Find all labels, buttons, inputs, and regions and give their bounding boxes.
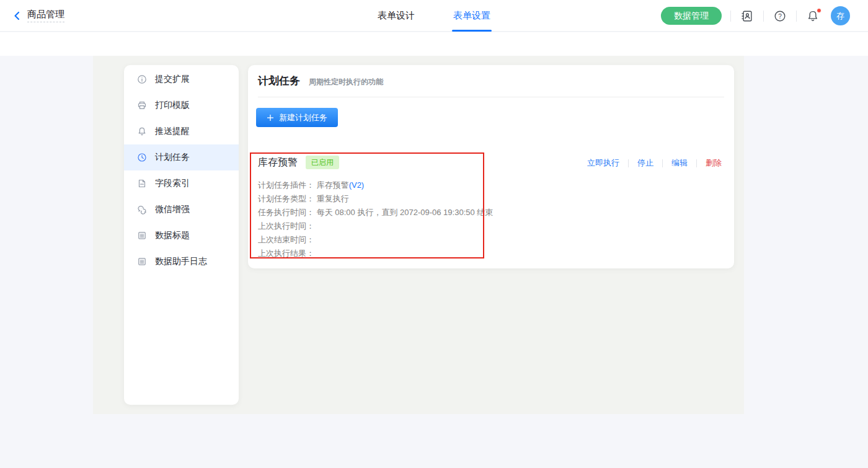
task-detail-last-end-time: 上次结束时间：: [258, 233, 493, 247]
sidebar-item-label: 数据标题: [155, 230, 190, 241]
detail-value: 库存预警: [317, 180, 349, 190]
task-name: 库存预警: [258, 156, 298, 169]
divider: [796, 11, 797, 22]
sidebar-item-label: 微信增强: [155, 204, 190, 215]
printer-icon: [137, 100, 147, 110]
clock-icon: [137, 152, 147, 162]
sidebar-item-push-reminder[interactable]: 推送提醒: [124, 118, 239, 144]
sidebar-item-scheduled-tasks[interactable]: 计划任务: [124, 144, 239, 170]
detail-label: 任务执行时间：: [258, 208, 314, 217]
sidebar-item-submit-extension[interactable]: 提交扩展: [124, 66, 239, 92]
contacts-icon[interactable]: [740, 9, 755, 24]
sidebar-item-label: 字段索引: [155, 178, 190, 189]
sidebar-item-data-title[interactable]: 数据标题: [124, 223, 239, 249]
divider: [763, 11, 764, 22]
sidebar-item-label: 数据助手日志: [155, 256, 207, 267]
sidebar-item-label: 推送提醒: [155, 126, 190, 137]
back-button[interactable]: [12, 11, 22, 20]
settings-sidebar: 提交扩展 打印模版 推送提醒 计划任务: [124, 65, 239, 405]
back-area: 商品管理: [12, 9, 64, 22]
sidebar-item-field-index[interactable]: 字段索引: [124, 170, 239, 196]
detail-label: 上次执行结果：: [258, 249, 314, 258]
bell-icon: [137, 126, 147, 136]
info-circle-icon: [137, 74, 147, 84]
document-icon: [137, 179, 147, 188]
notification-bell-icon[interactable]: [805, 9, 820, 24]
task-detail-last-run-time: 上次执行时间：: [258, 219, 493, 233]
task-detail-last-result: 上次执行结果：: [258, 247, 493, 260]
tab-form-settings[interactable]: 表单设置: [453, 0, 490, 32]
header-right-controls: 数据管理 ? 存: [661, 0, 868, 32]
status-badge: 已启用: [306, 156, 339, 169]
detail-label: 计划任务插件：: [258, 180, 314, 190]
task-title-row: 库存预警 已启用: [258, 156, 339, 169]
detail-value: 每天 08:00 执行，直到 2072-09-06 19:30:50 结束: [317, 208, 494, 217]
sidebar-item-wechat-enhance[interactable]: 微信增强: [124, 196, 239, 223]
run-now-link[interactable]: 立即执行: [587, 157, 628, 169]
stop-link[interactable]: 停止: [629, 157, 662, 169]
task-details: 计划任务插件： 库存预警(V2) 计划任务类型： 重复执行 任务执行时间： 每天…: [258, 179, 493, 260]
wechat-icon: [137, 205, 147, 214]
tab-form-design[interactable]: 表单设计: [378, 0, 415, 32]
sidebar-item-label: 提交扩展: [155, 74, 190, 85]
delete-link[interactable]: 删除: [697, 157, 723, 169]
new-task-button-label: 新建计划任务: [279, 112, 327, 123]
sidebar-item-label: 打印模版: [155, 100, 190, 111]
avatar[interactable]: 存: [831, 6, 850, 25]
plugin-version-link[interactable]: (V2): [349, 180, 365, 190]
notification-badge-dot: [817, 8, 822, 13]
list-icon: [137, 257, 147, 267]
svg-text:?: ?: [778, 12, 782, 19]
task-actions: 立即执行 停止 编辑 删除: [587, 157, 723, 169]
back-chevron-icon: [12, 11, 22, 20]
task-detail-schedule: 任务执行时间： 每天 08:00 执行，直到 2072-09-06 19:30:…: [258, 206, 493, 219]
page-subtitle: 周期性定时执行的功能: [309, 77, 383, 87]
sidebar-item-data-assistant-log[interactable]: 数据助手日志: [124, 249, 239, 275]
help-icon[interactable]: ?: [773, 9, 787, 24]
edit-link[interactable]: 编辑: [663, 157, 696, 169]
new-scheduled-task-button[interactable]: 新建计划任务: [256, 108, 338, 127]
page-title: 计划任务: [258, 74, 300, 88]
divider: [730, 11, 731, 22]
detail-label: 上次执行时间：: [258, 221, 314, 231]
detail-label: 计划任务类型：: [258, 194, 314, 203]
top-header: 商品管理 表单设计 表单设置 数据管理 ?: [0, 0, 868, 32]
plus-icon: [267, 114, 274, 121]
sidebar-item-label: 计划任务: [155, 152, 190, 163]
detail-label: 上次结束时间：: [258, 235, 314, 244]
task-detail-plugin: 计划任务插件： 库存预警(V2): [258, 179, 493, 192]
form-title[interactable]: 商品管理: [27, 9, 64, 22]
header-tabs: 表单设计 表单设置: [378, 0, 490, 32]
scheduled-tasks-panel: 计划任务 周期性定时执行的功能 新建计划任务 库存预警 已启用 计划任务插件： …: [248, 65, 734, 268]
detail-value: 重复执行: [317, 194, 349, 203]
list-icon: [137, 231, 147, 241]
sidebar-item-print-template[interactable]: 打印模版: [124, 92, 239, 118]
sub-header-strip: [0, 32, 868, 56]
task-detail-type: 计划任务类型： 重复执行: [258, 192, 493, 206]
panel-header: 计划任务 周期性定时执行的功能: [258, 65, 724, 97]
data-manage-button[interactable]: 数据管理: [661, 7, 722, 25]
